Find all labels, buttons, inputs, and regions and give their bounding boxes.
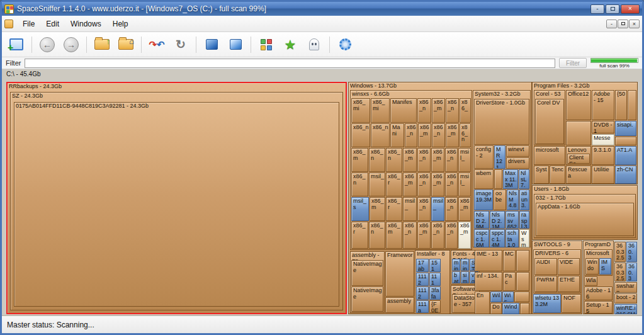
treemap-block[interactable]: Mani bbox=[390, 123, 404, 147]
mdi-close-button[interactable]: × bbox=[629, 20, 640, 28]
treemap-block[interactable]: x86_m bbox=[458, 222, 471, 249]
treemap-block[interactable]: 3fafa bbox=[429, 287, 441, 300]
treemap-block[interactable]: 0175AB014FFD11CB-9448C819C3A92281 - 24.3… bbox=[14, 102, 339, 307]
treemap-block[interactable]: Wis bbox=[502, 292, 514, 302]
treemap-block[interactable]: msil_s bbox=[351, 197, 369, 221]
treemap-block[interactable]: NlsD 2.1M bbox=[490, 211, 505, 229]
treemap-block[interactable] bbox=[516, 250, 529, 271]
treemap-block[interactable]: sppcc 1.4M bbox=[490, 229, 505, 247]
treemap-block[interactable]: winevt bbox=[506, 145, 529, 157]
treemap-block[interactable]: x86_m bbox=[431, 148, 444, 172]
treemap-block[interactable]: x86_n bbox=[431, 222, 444, 249]
back-button[interactable]: ← bbox=[37, 35, 58, 55]
treemap-block[interactable]: Wil bbox=[490, 292, 502, 302]
treemap-block[interactable]: 360.32.5 bbox=[626, 242, 637, 262]
treemap-block[interactable]: x86_n bbox=[369, 148, 385, 172]
menu-item-file[interactable]: File bbox=[17, 18, 40, 30]
treemap-block[interactable]: msil_ bbox=[458, 173, 471, 196]
treemap-block[interactable]: Wla bbox=[584, 276, 597, 286]
treemap-block[interactable]: x86_n bbox=[445, 197, 458, 221]
treemap-block[interactable]: schta 1.0M bbox=[506, 229, 519, 247]
treemap-block[interactable]: wbem bbox=[474, 169, 494, 189]
treemap-block[interactable]: x86_n bbox=[460, 123, 471, 147]
treemap-block[interactable] bbox=[628, 90, 636, 120]
unknown-space-button[interactable] bbox=[225, 35, 246, 55]
treemap-block[interactable]: 360.32.5 bbox=[614, 263, 626, 281]
treemap-block[interactable]: x86_ bbox=[460, 98, 471, 123]
treemap-block[interactable]: config - 2 bbox=[474, 145, 494, 169]
treemap-block[interactable]: AUDI bbox=[534, 258, 557, 275]
treemap-block[interactable]: raspl 376K bbox=[519, 211, 529, 229]
treemap-block[interactable]: Wsm 4Kb bbox=[519, 229, 529, 247]
treemap-block[interactable]: msil_ bbox=[458, 148, 471, 172]
treemap-block[interactable]: inf - 134. bbox=[475, 272, 502, 291]
free-space-button[interactable] bbox=[201, 35, 222, 55]
treemap-block[interactable]: 360.32.5 bbox=[626, 263, 637, 281]
treemap-block[interactable]: 151 bbox=[429, 259, 441, 272]
treemap-block[interactable]: sisapi. bbox=[615, 121, 636, 136]
treemap-block[interactable] bbox=[566, 121, 591, 145]
treemap-block[interactable]: x86_n bbox=[445, 222, 458, 249]
treemap-block[interactable]: Wind bbox=[502, 303, 519, 314]
treemap-block[interactable]: Adobe - 16 bbox=[584, 287, 613, 300]
treemap-block[interactable]: Framewor bbox=[385, 251, 414, 297]
treemap-block[interactable]: Windo bbox=[585, 258, 599, 275]
treemap-block[interactable]: NativeImage bbox=[351, 260, 383, 286]
maximize-button[interactable] bbox=[606, 4, 619, 14]
treemap-block[interactable]: VIDE bbox=[558, 258, 580, 275]
treemap-block[interactable]: Utilitie bbox=[592, 166, 614, 184]
treemap-block[interactable]: NOF bbox=[562, 294, 581, 313]
treemap-block[interactable]: PWRM bbox=[534, 276, 557, 292]
treemap-block[interactable]: Syst bbox=[534, 166, 549, 184]
treemap-block[interactable]: x86_n bbox=[445, 148, 458, 172]
treemap-block[interactable]: swshare bbox=[614, 282, 637, 293]
new-scan-button[interactable] bbox=[6, 35, 27, 55]
treemap-block[interactable]: MC bbox=[503, 250, 516, 271]
treemap-block[interactable]: x86_m bbox=[431, 173, 444, 196]
treemap-block[interactable]: Manifes bbox=[390, 98, 417, 123]
filter-input[interactable] bbox=[25, 59, 555, 68]
treemap-block[interactable]: 1112 bbox=[416, 287, 429, 300]
treemap-block[interactable]: 111a bbox=[416, 300, 429, 313]
treemap-block[interactable]: Office12 bbox=[566, 90, 591, 120]
minimize-button[interactable]: - bbox=[590, 4, 604, 14]
treemap-block[interactable]: msil_ bbox=[369, 173, 385, 196]
treemap-block[interactable]: Maxx 11.3M bbox=[503, 169, 518, 189]
up-folder-button[interactable]: ↑ bbox=[91, 35, 113, 55]
treemap-block[interactable]: AppData - 1.6Gb bbox=[536, 203, 634, 236]
settings-button[interactable] bbox=[334, 35, 356, 55]
treemap-block[interactable]: x86_r bbox=[351, 222, 368, 249]
treemap-block[interactable]: x86_n bbox=[403, 222, 417, 249]
treemap-block[interactable]: IME - 13 bbox=[475, 250, 502, 271]
close-button[interactable]: × bbox=[621, 4, 640, 14]
treemap-block[interactable]: x86_n bbox=[417, 148, 431, 172]
treemap-block[interactable]: x86_n bbox=[417, 197, 431, 221]
treemap-block[interactable]: boot - 2 bbox=[614, 293, 637, 304]
treemap-block[interactable]: x86_m bbox=[458, 197, 471, 221]
treemap-block[interactable]: x86_n bbox=[351, 123, 370, 147]
treemap-block[interactable]: Do bbox=[490, 303, 502, 314]
treemap-block[interactable]: oobe bbox=[494, 190, 506, 210]
treemap-block[interactable]: x86_n bbox=[417, 98, 431, 123]
treemap-block[interactable]: microsoft bbox=[534, 146, 565, 165]
treemap-block[interactable]: x86_m bbox=[386, 222, 402, 249]
treemap-block[interactable]: DVD8 - 1 bbox=[592, 121, 614, 133]
home-button[interactable]: ⌂ bbox=[115, 35, 137, 55]
menu-item-windows[interactable]: Windows bbox=[65, 18, 107, 30]
treemap-block[interactable]: min bbox=[452, 259, 460, 271]
mdi-child-icon[interactable] bbox=[4, 20, 13, 28]
treemap-block[interactable]: drivers bbox=[506, 157, 529, 169]
treemap-block[interactable]: zh-CN bbox=[615, 166, 636, 184]
detail-button[interactable] bbox=[256, 35, 277, 55]
treemap-block[interactable]: 1112 bbox=[416, 273, 429, 286]
star-button[interactable]: ★ bbox=[280, 35, 301, 55]
treemap-block[interactable]: cspcc 1.6M bbox=[474, 229, 489, 247]
filter-button[interactable]: Filter bbox=[559, 58, 587, 68]
treemap-block[interactable]: x86_m bbox=[446, 123, 459, 147]
treemap-block[interactable]: msil_ bbox=[403, 197, 417, 221]
treemap-block[interactable]: x86_n bbox=[386, 148, 402, 172]
treemap-block[interactable]: x86_mi bbox=[371, 98, 390, 123]
treemap-block[interactable]: x86_n bbox=[446, 98, 459, 123]
treemap-block[interactable]: wlsetu 133.2M bbox=[533, 294, 561, 313]
treemap-block[interactable] bbox=[520, 303, 529, 314]
